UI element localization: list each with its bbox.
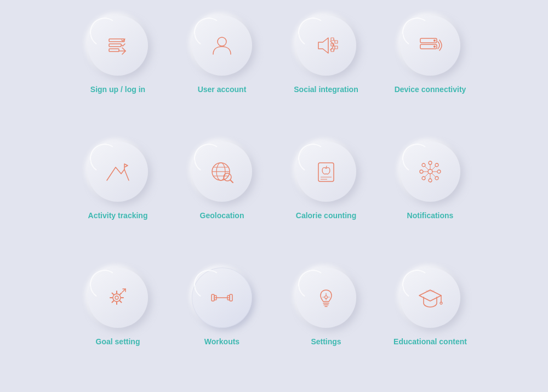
svg-line-54 bbox=[120, 293, 122, 294]
svg-line-43 bbox=[425, 173, 429, 177]
icon-circle-notifications bbox=[400, 141, 460, 202]
icon-circle-settings bbox=[296, 268, 356, 328]
svg-point-16 bbox=[433, 46, 436, 48]
svg-line-44 bbox=[432, 173, 436, 177]
feature-social-integration[interactable]: Social integration bbox=[279, 15, 373, 125]
feature-label-social: Social integration bbox=[294, 84, 358, 94]
social-icon bbox=[312, 31, 340, 60]
icon-circle-goal bbox=[88, 268, 148, 328]
icon-circle-social bbox=[296, 15, 356, 76]
svg-line-55 bbox=[122, 289, 125, 292]
feature-label-goal: Goal setting bbox=[96, 337, 140, 346]
svg-point-33 bbox=[422, 163, 425, 167]
workout-icon bbox=[208, 283, 236, 312]
notification-icon bbox=[416, 157, 444, 186]
svg-rect-8 bbox=[335, 41, 338, 43]
feature-sign-up[interactable]: Sign up / log in bbox=[71, 15, 164, 125]
signup-icon bbox=[104, 31, 132, 60]
svg-point-29 bbox=[429, 161, 432, 164]
feature-label-user-account: User account bbox=[198, 84, 247, 94]
feature-user-account[interactable]: User account bbox=[175, 15, 269, 125]
feature-label-activity: Activity tracking bbox=[88, 211, 148, 220]
icon-circle-activity bbox=[88, 141, 148, 202]
device-icon bbox=[416, 31, 444, 60]
icon-circle-calorie bbox=[296, 141, 356, 202]
svg-point-32 bbox=[437, 170, 441, 173]
svg-point-28 bbox=[428, 169, 432, 174]
feature-goal-setting[interactable]: Goal setting bbox=[71, 268, 164, 377]
feature-label-device: Device connectivity bbox=[395, 84, 466, 94]
svg-rect-57 bbox=[212, 294, 214, 301]
svg-point-46 bbox=[115, 296, 118, 299]
feature-label-geo: Geolocation bbox=[200, 211, 244, 220]
icon-circle-workouts bbox=[192, 268, 252, 328]
feature-geolocation[interactable]: Geolocation bbox=[175, 141, 269, 251]
icon-circle-geo bbox=[192, 141, 252, 202]
svg-marker-69 bbox=[419, 290, 441, 301]
svg-rect-25 bbox=[318, 163, 334, 181]
svg-point-4 bbox=[218, 37, 226, 46]
svg-point-31 bbox=[420, 170, 423, 173]
svg-point-72 bbox=[440, 302, 442, 304]
feature-activity-tracking[interactable]: Activity tracking bbox=[71, 141, 164, 251]
feature-settings[interactable]: Settings bbox=[279, 268, 373, 377]
svg-line-53 bbox=[112, 300, 114, 302]
svg-rect-58 bbox=[214, 296, 216, 300]
feature-label-notifications: Notifications bbox=[407, 211, 454, 220]
feature-workouts[interactable]: Workouts bbox=[175, 268, 269, 377]
svg-point-30 bbox=[429, 179, 432, 182]
calorie-icon bbox=[312, 157, 340, 186]
feature-label-settings: Settings bbox=[311, 337, 341, 346]
svg-line-41 bbox=[425, 166, 429, 170]
icon-circle-device bbox=[400, 15, 460, 76]
svg-rect-70 bbox=[426, 290, 435, 292]
feature-label-education: Educational content bbox=[393, 337, 467, 346]
svg-rect-59 bbox=[230, 294, 232, 301]
activity-icon bbox=[104, 157, 132, 186]
education-icon bbox=[416, 283, 444, 312]
svg-rect-1 bbox=[109, 44, 121, 47]
feature-label-sign-up: Sign up / log in bbox=[90, 84, 145, 94]
feature-label-calorie: Calorie counting bbox=[296, 211, 356, 220]
svg-point-15 bbox=[433, 39, 436, 42]
user-icon bbox=[208, 31, 236, 60]
goal-icon bbox=[104, 283, 132, 312]
feature-device-connectivity[interactable]: Device connectivity bbox=[384, 15, 477, 125]
svg-point-65 bbox=[325, 296, 328, 298]
feature-educational-content[interactable]: Educational content bbox=[384, 268, 477, 377]
features-grid: Sign up / log in User account bbox=[60, 4, 488, 388]
svg-rect-2 bbox=[109, 49, 119, 52]
feature-label-workouts: Workouts bbox=[204, 337, 239, 346]
svg-line-52 bbox=[120, 300, 122, 302]
svg-line-24 bbox=[230, 180, 233, 183]
svg-line-42 bbox=[432, 166, 436, 170]
geo-icon bbox=[208, 157, 236, 186]
settings-icon bbox=[312, 283, 340, 312]
feature-notifications[interactable]: Notifications bbox=[384, 141, 477, 251]
feature-calorie-counting[interactable]: Calorie counting bbox=[279, 141, 373, 251]
icon-circle-user-account bbox=[192, 15, 252, 76]
svg-rect-9 bbox=[335, 46, 338, 49]
icon-circle-sign-up bbox=[88, 15, 148, 76]
svg-line-51 bbox=[112, 293, 114, 294]
svg-rect-5 bbox=[331, 38, 334, 41]
icon-circle-education bbox=[400, 268, 460, 328]
